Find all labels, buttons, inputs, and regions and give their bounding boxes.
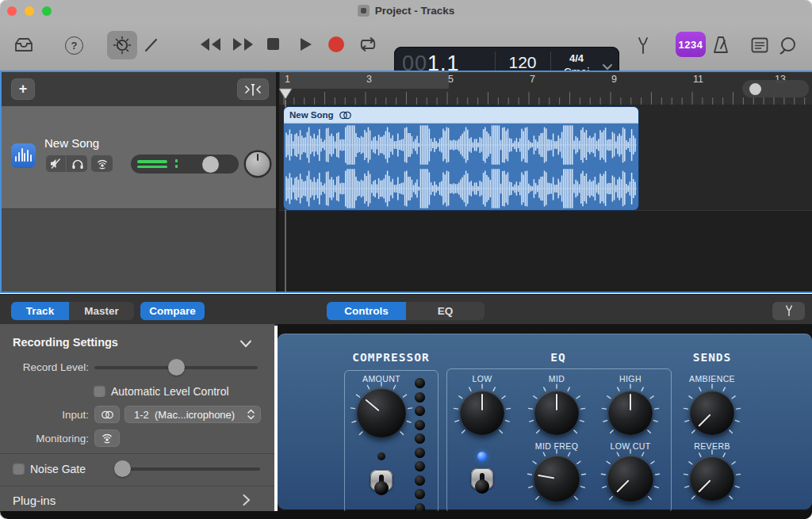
solo-button[interactable]: [67, 155, 87, 172]
controls-eq-segment: Controls EQ: [327, 302, 485, 320]
monitoring-button[interactable]: [94, 429, 120, 447]
low-knob[interactable]: [460, 391, 504, 435]
volume-slider[interactable]: [131, 155, 239, 174]
mid-label: MID: [549, 374, 565, 384]
auto-level-checkbox[interactable]: [94, 385, 105, 397]
tab-eq[interactable]: EQ: [406, 302, 485, 320]
ruler-number: 11: [693, 74, 703, 85]
low-cut-knob[interactable]: [607, 456, 653, 502]
mid-knob[interactable]: [534, 391, 579, 435]
metronome-button[interactable]: [710, 35, 731, 55]
amount-knob[interactable]: [357, 388, 406, 437]
eq-toggle[interactable]: [469, 462, 495, 494]
noise-gate-checkbox[interactable]: [13, 463, 25, 475]
plugins-chevron-right-icon[interactable]: [242, 494, 251, 506]
editors-button[interactable]: [143, 36, 160, 54]
waveform-left-channel: [284, 124, 638, 166]
help-icon: ?: [65, 36, 83, 55]
ambience-knob[interactable]: [690, 391, 734, 435]
noise-gate-thumb[interactable]: [114, 460, 131, 477]
play-button[interactable]: [300, 37, 312, 52]
cycle-icon: [358, 36, 378, 53]
ruler-ticks: [279, 89, 811, 105]
ruler-number: 1: [285, 74, 290, 85]
zoom-thumb[interactable]: [749, 83, 761, 95]
region-name: New Song: [289, 110, 334, 120]
mid-freq-knob[interactable]: [534, 456, 580, 502]
level-meter-top: [137, 160, 167, 163]
mid-freq-label: MID FREQ: [535, 441, 579, 451]
noise-gate-slider[interactable]: [115, 467, 260, 471]
ruler-number: 7: [530, 74, 535, 85]
pan-knob[interactable]: [246, 152, 270, 176]
region-header: New Song: [284, 107, 638, 124]
monitoring-icon: [96, 158, 109, 170]
forward-icon: [232, 37, 255, 52]
cycle-button[interactable]: [358, 36, 378, 53]
smart-controls-button[interactable]: [107, 31, 137, 59]
rewind-button[interactable]: [199, 37, 221, 52]
record-level-slider[interactable]: [94, 366, 258, 369]
timeline-ruler[interactable]: 1 3 5 7 9 11 13: [279, 72, 812, 105]
forward-button[interactable]: [232, 37, 255, 52]
compare-button[interactable]: Compare: [140, 302, 205, 320]
zoom-slider[interactable]: [742, 80, 809, 97]
track-list-header: +: [2, 72, 276, 106]
stereo-icon: [339, 111, 352, 120]
tuning-fork-small-icon: [783, 304, 795, 318]
lcd-tempo-value[interactable]: 120: [495, 53, 550, 72]
timeline-empty-area[interactable]: [279, 211, 812, 292]
catch-playhead-button[interactable]: [237, 78, 269, 100]
input-popup[interactable]: 1-2 (Mac...icrophone): [124, 406, 261, 423]
compressor-led: [377, 452, 385, 460]
meter-tick-2: [175, 165, 178, 168]
compressor-led-meter: [415, 378, 425, 517]
count-in-button[interactable]: 1234: [676, 32, 706, 57]
input-format-button[interactable]: [94, 406, 120, 423]
section-chevron-down-icon[interactable]: [239, 340, 252, 348]
stop-button[interactable]: [267, 38, 279, 50]
tuner-button[interactable]: [634, 36, 653, 56]
track-name[interactable]: New Song: [44, 136, 99, 150]
playhead[interactable]: [278, 88, 293, 100]
add-track-button[interactable]: +: [11, 78, 35, 100]
dial-icon: [113, 36, 132, 55]
quick-help-button[interactable]: ?: [65, 36, 83, 55]
reverb-knob[interactable]: [690, 456, 734, 501]
track-header[interactable]: New Song: [2, 106, 276, 209]
eq-title: EQ: [550, 351, 565, 364]
volume-thumb[interactable]: [202, 156, 219, 173]
ruler-number: 9: [611, 74, 617, 85]
notepad-button[interactable]: [750, 36, 769, 54]
tracks-workspace: + New Song: [0, 71, 812, 293]
mute-button[interactable]: [46, 155, 66, 172]
lcd-chevron-down-icon[interactable]: [602, 63, 613, 71]
audio-region[interactable]: New Song: [284, 107, 638, 210]
record-button[interactable]: [328, 36, 344, 52]
tab-track[interactable]: Track: [11, 302, 69, 320]
meter-tick: [175, 159, 178, 162]
input-value: 1-2 (Mac...icrophone): [134, 409, 235, 421]
compressor-toggle[interactable]: [369, 464, 394, 495]
ruler-number: 3: [366, 74, 372, 85]
stop-icon: [267, 38, 279, 50]
eq-led: [477, 452, 487, 461]
high-knob[interactable]: [608, 391, 653, 435]
plugins-label: Plug-ins: [13, 494, 56, 507]
pencil-icon: [143, 36, 160, 54]
compressor-title: COMPRESSOR: [352, 351, 429, 364]
catch-playhead-icon: [243, 82, 263, 97]
popup-stepper-icon: [247, 408, 255, 421]
low-label: LOW: [472, 374, 492, 384]
tab-controls[interactable]: Controls: [327, 302, 406, 320]
sends-title: SENDS: [693, 351, 732, 364]
input-monitoring-button[interactable]: [91, 155, 113, 172]
library-button[interactable]: [13, 36, 35, 55]
record-level-thumb[interactable]: [168, 359, 185, 376]
tuner-panel-button[interactable]: [772, 302, 805, 320]
smart-controls-area: COMPRESSOR EQ SENDS AMOUNT LOW MID HIGH: [278, 324, 812, 519]
lcd-time-signature[interactable]: 4/4: [550, 52, 603, 64]
loop-browser-button[interactable]: [778, 36, 799, 56]
tab-master[interactable]: Master: [69, 302, 134, 320]
count-in-label: 1234: [679, 39, 703, 51]
